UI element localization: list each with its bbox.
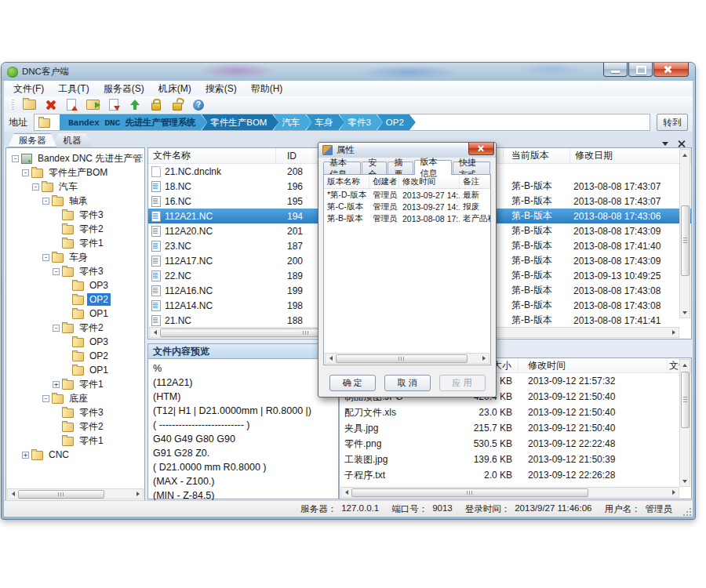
version-row[interactable]: 第-C-版本管理员2013-09-27 14:...报废 bbox=[324, 201, 490, 212]
resize-grip-icon[interactable] bbox=[683, 507, 693, 517]
scroll-left-icon[interactable] bbox=[150, 328, 160, 338]
scroll-left-icon[interactable] bbox=[8, 489, 18, 499]
column-header[interactable]: 文件名称 bbox=[148, 148, 276, 163]
address-field[interactable]: Bandex DNC 先进生产管理系统零件生产BOM汽车车身零件3OP2 bbox=[34, 114, 650, 131]
tree-node[interactable]: 零件2 bbox=[8, 222, 143, 236]
scrollbar-thumb[interactable] bbox=[351, 488, 588, 497]
file-arrow-down-button[interactable] bbox=[106, 98, 122, 112]
tree-node[interactable]: +CNC bbox=[8, 448, 143, 462]
scroll-right-icon[interactable] bbox=[133, 489, 143, 499]
collapse-icon[interactable]: - bbox=[32, 183, 39, 191]
scroll-up-icon[interactable] bbox=[680, 150, 690, 160]
tree-horizontal-scrollbar[interactable] bbox=[7, 488, 144, 499]
dialog-tab-基本信息[interactable]: 基本信息 bbox=[323, 162, 361, 175]
scroll-left-icon[interactable] bbox=[326, 354, 336, 364]
chevron-down-icon[interactable] bbox=[662, 142, 668, 146]
tree-node-label[interactable]: 零件2 bbox=[77, 419, 106, 434]
column-header[interactable]: 当前版本 bbox=[504, 148, 570, 163]
version-row[interactable]: *第-D-版本管理员2013-09-27 14:...最新 bbox=[324, 189, 490, 201]
table-row[interactable]: 夹具.jpg215.7 KB2013-09-12 21:50:40 bbox=[340, 420, 691, 436]
tree-node-label[interactable]: OP1 bbox=[87, 364, 111, 376]
tab-服务器[interactable]: 服务器 bbox=[8, 133, 57, 147]
scrollbar-thumb[interactable] bbox=[681, 205, 690, 276]
file-arrow-up-button[interactable] bbox=[64, 98, 79, 112]
expand-icon[interactable]: + bbox=[53, 381, 60, 388]
tree-node[interactable]: 零件3 bbox=[8, 208, 143, 222]
go-button[interactable]: 转到 bbox=[657, 114, 688, 131]
table-row[interactable]: 子程序.txt2.0 KB2013-09-12 22:26:28 bbox=[340, 467, 691, 483]
column-header[interactable]: 版本名称 bbox=[324, 175, 369, 188]
menu-item[interactable]: 文件(F) bbox=[7, 81, 50, 97]
tree-node-label[interactable]: OP2 bbox=[87, 293, 111, 306]
menu-item[interactable]: 机床(M) bbox=[152, 81, 198, 97]
tree-node-label[interactable]: 零件1 bbox=[77, 377, 106, 392]
column-header[interactable]: 创建者 bbox=[369, 175, 399, 188]
dialog-close-button[interactable] bbox=[468, 143, 494, 155]
tree-node-label[interactable]: Bandex DNC 先进生产管理系统 bbox=[35, 151, 143, 166]
collapse-icon[interactable]: - bbox=[53, 268, 60, 275]
breadcrumb-segment[interactable]: OP2 bbox=[377, 114, 416, 130]
tree-node[interactable]: -零件生产BOM bbox=[8, 165, 143, 180]
scroll-right-icon[interactable] bbox=[668, 328, 679, 338]
tab-机器[interactable]: 机器 bbox=[53, 133, 93, 147]
tree-node[interactable]: 零件3 bbox=[8, 405, 143, 419]
tree-node-label[interactable]: 零件2 bbox=[77, 222, 106, 237]
scroll-right-icon[interactable] bbox=[668, 488, 679, 498]
tree-node[interactable]: OP3 bbox=[8, 335, 143, 349]
tree-node[interactable]: -底座 bbox=[8, 391, 143, 405]
minimize-button[interactable] bbox=[603, 63, 628, 77]
scroll-down-icon[interactable] bbox=[680, 307, 690, 318]
tree-node-label[interactable]: 零件2 bbox=[77, 321, 106, 336]
scrollbar-thumb[interactable] bbox=[681, 372, 690, 428]
expand-icon[interactable]: + bbox=[22, 452, 29, 459]
menu-item[interactable]: 搜索(S) bbox=[199, 81, 243, 97]
collapse-icon[interactable]: - bbox=[42, 198, 49, 205]
tree-node-label[interactable]: 轴承 bbox=[67, 194, 90, 209]
menu-item[interactable]: 工具(T) bbox=[52, 81, 95, 97]
collapse-icon[interactable]: - bbox=[53, 325, 60, 332]
tree-node-label[interactable]: 零件3 bbox=[77, 264, 106, 279]
tree-node[interactable]: -零件2 bbox=[8, 321, 143, 335]
breadcrumb-segment[interactable]: Bandex DNC 先进生产管理系统 bbox=[60, 114, 207, 130]
tree-node[interactable]: -车身 bbox=[8, 250, 143, 264]
dialog-button[interactable]: 确 定 bbox=[329, 375, 376, 391]
column-header[interactable]: 修改日期 bbox=[570, 148, 691, 163]
maximize-button[interactable] bbox=[628, 63, 653, 77]
attachments-vertical-scrollbar[interactable] bbox=[679, 359, 690, 487]
tree-node[interactable]: +零件1 bbox=[8, 377, 143, 391]
table-row[interactable]: 工装图.jpg139.6 KB2013-09-12 21:50:39 bbox=[340, 452, 691, 467]
file-list-vertical-scrollbar[interactable] bbox=[679, 149, 690, 318]
tree-node[interactable]: OP2 bbox=[8, 349, 143, 363]
scroll-down-icon[interactable] bbox=[680, 476, 690, 486]
tree-node-label[interactable]: OP2 bbox=[87, 350, 111, 362]
tree-node[interactable]: OP2 bbox=[8, 292, 143, 307]
tree-node-label[interactable]: 底座 bbox=[67, 391, 90, 406]
version-list-header[interactable]: 版本名称创建者修改时间备注 bbox=[324, 175, 490, 189]
tree-node-label[interactable]: OP3 bbox=[87, 336, 111, 348]
dialog-tab-版本信息[interactable]: 版本信息 bbox=[414, 160, 452, 175]
menu-item[interactable]: 服务器(S) bbox=[97, 81, 151, 97]
column-header[interactable]: 修改时间 bbox=[519, 358, 668, 372]
version-row[interactable]: 第-B-版本管理员2013-08-08 17:...老产品程序 bbox=[324, 212, 490, 224]
tree-node[interactable]: 零件1 bbox=[8, 236, 143, 250]
dialog-horizontal-scrollbar[interactable] bbox=[325, 353, 489, 364]
tree-node-label[interactable]: 零件生产BOM bbox=[46, 165, 110, 180]
tree-node[interactable]: 零件1 bbox=[8, 434, 143, 448]
dialog-titlebar[interactable]: 属性 bbox=[318, 143, 496, 158]
tree-node[interactable]: OP1 bbox=[8, 307, 143, 321]
tree-node[interactable]: -汽车 bbox=[8, 180, 143, 194]
table-row[interactable]: 配刀文件.xls23.0 KB2013-09-12 21:50:40 bbox=[340, 405, 691, 420]
breadcrumb-segment[interactable]: 汽车 bbox=[273, 114, 311, 130]
table-row[interactable]: 零件.png530.5 KB2013-09-12 22:22:48 bbox=[340, 436, 691, 452]
lock-button[interactable] bbox=[148, 98, 164, 112]
folder-button[interactable] bbox=[21, 98, 37, 112]
tree-node-label[interactable]: OP1 bbox=[87, 307, 111, 320]
help-button[interactable] bbox=[191, 98, 206, 112]
tree-node[interactable]: OP1 bbox=[8, 363, 143, 377]
breadcrumb-segment[interactable]: 零件3 bbox=[339, 114, 382, 130]
close-button[interactable] bbox=[653, 63, 689, 77]
breadcrumb-segment[interactable]: 零件生产BOM bbox=[202, 114, 278, 130]
dialog-tab-安全[interactable]: 安全 bbox=[362, 162, 387, 175]
tree-node[interactable]: -Bandex DNC 先进生产管理系统 bbox=[8, 151, 143, 165]
tree-node-label[interactable]: 零件1 bbox=[77, 236, 106, 251]
